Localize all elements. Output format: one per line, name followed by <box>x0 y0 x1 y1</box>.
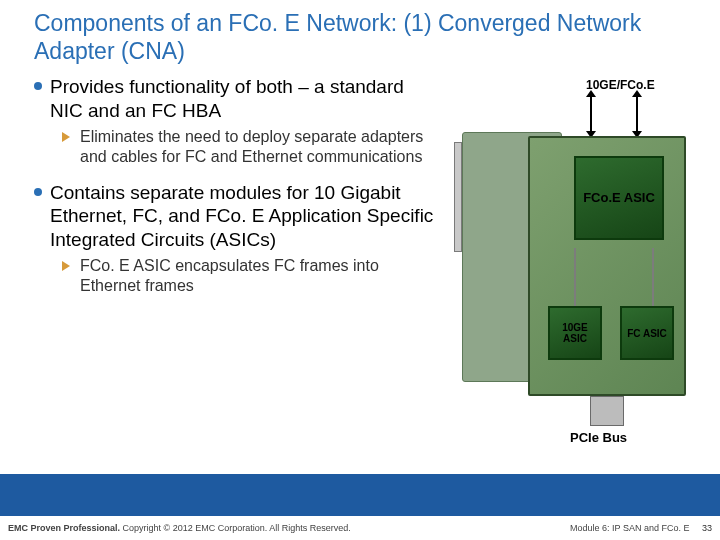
chip-fc-label: FC ASIC <box>626 327 668 340</box>
triangle-icon <box>62 132 70 142</box>
connector-line <box>574 248 576 306</box>
footer-brand: EMC Proven Professional. <box>8 523 120 533</box>
footer: EMC Proven Professional. Copyright © 201… <box>0 516 720 540</box>
double-arrow-icon <box>636 96 638 132</box>
footer-page-number: 33 <box>702 523 712 533</box>
bullet-dot-icon <box>34 82 42 90</box>
pcie-edge-connector <box>590 396 624 426</box>
chip-fcoe-label: FCo.E ASIC <box>582 190 656 206</box>
footer-right: Module 6: IP SAN and FCo. E 33 <box>570 523 712 533</box>
subbullet-1: Eliminates the need to deploy separate a… <box>62 127 440 167</box>
subbullet-1-text: Eliminates the need to deploy separate a… <box>80 127 440 167</box>
footer-accent-bar <box>0 474 720 516</box>
chip-10ge-label: 10GE ASIC <box>550 321 600 345</box>
pcb-board: FCo.E ASIC 10GE ASIC FC ASIC <box>528 136 686 396</box>
footer-left: EMC Proven Professional. Copyright © 201… <box>8 523 351 533</box>
double-arrow-icon <box>590 96 592 132</box>
diagram-bus-label: PCIe Bus <box>570 430 627 445</box>
bullet-2-text: Contains separate modules for 10 Gigabit… <box>50 181 440 252</box>
subbullet-2: FCo. E ASIC encapsulates FC frames into … <box>62 256 440 296</box>
chip-fcoe-asic: FCo.E ASIC <box>574 156 664 240</box>
content-area: Provides functionality of both – a stand… <box>0 75 450 296</box>
footer-copyright: Copyright © 2012 EMC Corporation. All Ri… <box>120 523 351 533</box>
bullet-1-text: Provides functionality of both – a stand… <box>50 75 440 123</box>
pcb-bracket-notch <box>454 142 462 252</box>
chip-fc-asic: FC ASIC <box>620 306 674 360</box>
triangle-icon <box>62 261 70 271</box>
footer-module: Module 6: IP SAN and FCo. E <box>570 523 689 533</box>
connector-line <box>652 248 654 306</box>
bullet-dot-icon <box>34 188 42 196</box>
subbullet-2-text: FCo. E ASIC encapsulates FC frames into … <box>80 256 440 296</box>
bullet-2: Contains separate modules for 10 Gigabit… <box>34 181 440 252</box>
cna-diagram: 10GE/FCo.E FCo.E ASIC 10GE ASIC FC ASIC … <box>462 78 702 458</box>
bullet-1: Provides functionality of both – a stand… <box>34 75 440 123</box>
chip-10ge-asic: 10GE ASIC <box>548 306 602 360</box>
diagram-top-label: 10GE/FCo.E <box>586 78 655 92</box>
slide-title: Components of an FCo. E Network: (1) Con… <box>0 0 720 75</box>
